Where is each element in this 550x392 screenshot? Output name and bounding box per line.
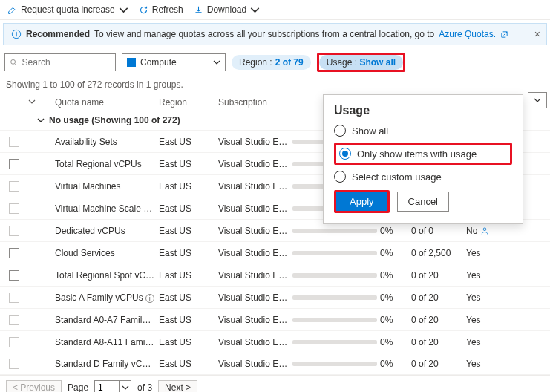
usage-option-custom-label: Select custom usage bbox=[352, 172, 442, 183]
col-quota-name[interactable]: Quota name bbox=[53, 97, 157, 108]
azure-quotas-link[interactable]: Azure Quotas. bbox=[439, 29, 496, 39]
info-icon[interactable]: i bbox=[145, 294, 154, 303]
quota-name-cell: Availability Sets bbox=[53, 137, 157, 147]
radio-icon-selected bbox=[339, 148, 351, 160]
usage-pill-key: Usage : bbox=[327, 57, 360, 68]
usage-bar bbox=[292, 229, 377, 233]
usage-bar bbox=[292, 362, 377, 366]
row-checkbox[interactable] bbox=[9, 159, 19, 169]
usage-filter-pill[interactable]: Usage : Show all bbox=[319, 55, 403, 70]
region-cell: East US bbox=[157, 248, 217, 258]
chevron-down-icon bbox=[119, 5, 128, 15]
subscription-cell: Visual Studio En... bbox=[217, 293, 291, 303]
quota-name-cell: Virtual Machines bbox=[53, 181, 157, 192]
quota-name-cell: Dedicated vCPUs bbox=[53, 226, 157, 236]
highlight-usage-option: Only show items with usage bbox=[334, 143, 512, 165]
download-button[interactable]: Download bbox=[194, 4, 260, 15]
col-subscription[interactable]: Subscription bbox=[217, 97, 291, 108]
subscription-cell: Visual Studio En... bbox=[217, 337, 291, 347]
quota-limit-cell: 0 of 20 bbox=[410, 270, 465, 281]
table-row[interactable]: Standard A8-A11 Family …i East US Visual… bbox=[0, 330, 550, 353]
column-options-dropdown[interactable] bbox=[528, 92, 547, 108]
row-checkbox[interactable] bbox=[9, 270, 19, 281]
quota-name-cell: Cloud Services bbox=[53, 248, 157, 258]
adjustable-cell: Yes bbox=[466, 270, 481, 281]
previous-page-button[interactable]: < Previous bbox=[6, 380, 62, 392]
refresh-label: Refresh bbox=[152, 4, 183, 15]
usage-percent-cell: 0% bbox=[379, 359, 410, 369]
col-region[interactable]: Region bbox=[157, 97, 217, 108]
quota-limit-cell: 0 of 2,500 bbox=[410, 248, 465, 258]
quota-name-cell: Basic A Family vCPUsi bbox=[53, 293, 157, 303]
refresh-button[interactable]: Refresh bbox=[139, 4, 183, 15]
recommendation-label: Recommended bbox=[26, 29, 90, 39]
subscription-cell: Visual Studio En... bbox=[217, 248, 291, 258]
download-label: Download bbox=[207, 4, 246, 15]
region-pill-value: 2 of 79 bbox=[275, 57, 304, 68]
row-checkbox[interactable] bbox=[9, 226, 19, 236]
external-link-icon bbox=[500, 30, 508, 39]
expand-column[interactable] bbox=[27, 97, 53, 108]
table-row[interactable]: Standard A0-A7 Famil…i East US Visual St… bbox=[0, 308, 550, 330]
recommendation-banner: Recommended To view and manage quotas ac… bbox=[3, 23, 547, 45]
next-page-button[interactable]: Next > bbox=[158, 380, 197, 392]
usage-bar bbox=[292, 251, 377, 255]
apply-button[interactable]: Apply bbox=[336, 192, 387, 211]
quota-limit-cell: 0 of 0 bbox=[410, 226, 465, 236]
row-checkbox[interactable] bbox=[9, 248, 19, 258]
usage-percent-cell: 0% bbox=[379, 293, 410, 303]
row-checkbox[interactable] bbox=[9, 359, 19, 369]
cancel-button[interactable]: Cancel bbox=[397, 192, 449, 212]
chevron-down-icon bbox=[37, 117, 45, 124]
row-checkbox[interactable] bbox=[9, 181, 19, 192]
quota-limit-cell: 0 of 20 bbox=[410, 315, 465, 325]
refresh-icon bbox=[139, 5, 148, 15]
row-checkbox[interactable] bbox=[9, 137, 19, 147]
recommendation-text: To view and manage quotas across all you… bbox=[94, 29, 434, 39]
subscription-cell: Visual Studio En... bbox=[217, 159, 291, 169]
usage-percent-cell: 0% bbox=[379, 248, 410, 258]
table-row[interactable]: Basic A Family vCPUsi East US Visual Stu… bbox=[0, 286, 550, 308]
info-icon bbox=[11, 29, 22, 39]
usage-option-custom[interactable]: Select custom usage bbox=[334, 171, 512, 183]
records-summary: Showing 1 to 100 of 272 records in 1 gro… bbox=[0, 76, 550, 94]
region-cell: East US bbox=[157, 203, 217, 214]
table-row[interactable]: Cloud Services East US Visual Studio En.… bbox=[0, 241, 550, 264]
provider-dropdown[interactable]: Compute bbox=[122, 53, 226, 71]
adjustable-cell: Yes bbox=[466, 359, 481, 369]
quota-name-cell: Total Regional vCPUs bbox=[53, 159, 157, 169]
search-input[interactable] bbox=[22, 57, 111, 68]
row-checkbox[interactable] bbox=[9, 315, 19, 325]
person-icon bbox=[480, 226, 489, 235]
region-cell: East US bbox=[157, 181, 217, 192]
table-row[interactable]: Total Regional Spot vCPUs East US Visual… bbox=[0, 264, 550, 286]
subscription-cell: Visual Studio En... bbox=[217, 203, 291, 214]
table-row[interactable]: Standard D Family vC…i East US Visual St… bbox=[0, 353, 550, 375]
pagination-bar: < Previous Page of 3 Next > bbox=[0, 375, 550, 392]
page-dropdown[interactable] bbox=[120, 380, 131, 392]
close-banner-button[interactable]: × bbox=[534, 28, 540, 40]
region-cell: East US bbox=[157, 270, 217, 281]
row-checkbox[interactable] bbox=[9, 293, 19, 303]
adjustable-cell: Yes bbox=[466, 315, 481, 325]
subscription-cell: Visual Studio En... bbox=[217, 137, 291, 147]
usage-bar bbox=[292, 318, 377, 322]
page-of-label: of 3 bbox=[137, 382, 152, 392]
radio-icon bbox=[334, 171, 346, 183]
highlight-apply: Apply bbox=[334, 190, 390, 213]
svg-point-1 bbox=[11, 59, 16, 64]
page-number-input[interactable] bbox=[94, 380, 120, 392]
usage-option-show-all[interactable]: Show all bbox=[334, 125, 512, 137]
adjustable-cell: Yes bbox=[466, 337, 481, 347]
usage-option-with-usage[interactable]: Only show items with usage bbox=[339, 148, 507, 160]
svg-point-4 bbox=[483, 227, 486, 230]
search-input-wrapper[interactable] bbox=[4, 53, 116, 71]
row-checkbox[interactable] bbox=[9, 337, 19, 347]
row-checkbox[interactable] bbox=[9, 203, 19, 214]
subscription-cell: Visual Studio En... bbox=[217, 226, 291, 236]
region-filter-pill[interactable]: Region : 2 of 79 bbox=[232, 55, 311, 70]
radio-icon bbox=[334, 125, 346, 137]
adjustable-cell: Yes bbox=[466, 248, 481, 258]
highlight-usage-pill: Usage : Show all bbox=[317, 53, 405, 72]
request-quota-increase-button[interactable]: Request quota increase bbox=[7, 4, 128, 15]
